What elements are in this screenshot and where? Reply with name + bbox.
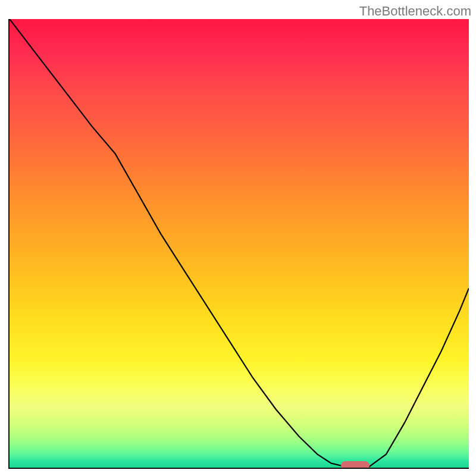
curve-path	[10, 19, 469, 468]
optimal-marker	[341, 461, 369, 469]
watermark-text: TheBottleneck.com	[359, 4, 471, 19]
chart-stage: TheBottleneck.com	[0, 0, 476, 476]
bottleneck-curve	[10, 19, 469, 468]
plot-area	[8, 19, 469, 469]
